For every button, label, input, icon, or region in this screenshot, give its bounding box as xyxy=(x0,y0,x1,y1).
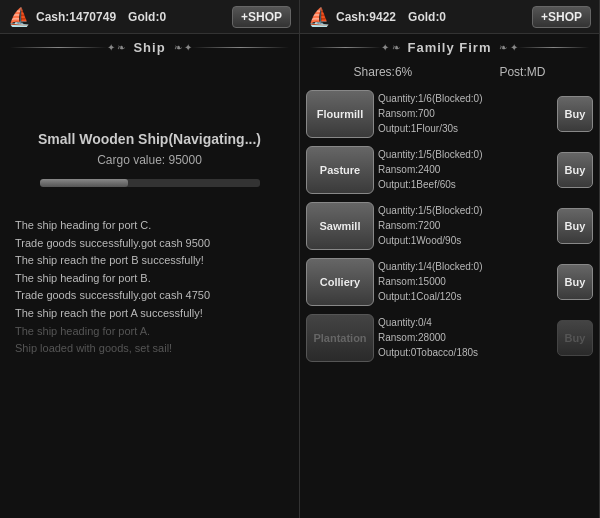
header-line-right xyxy=(192,47,289,48)
firm-btn-pasture[interactable]: Pasture xyxy=(306,146,374,194)
right-panel: ⛵ Cash:9422 Gold:0 +SHOP ✦ ❧ Family Firm… xyxy=(300,0,600,518)
firm-item: PlantationQuantity:0/4Ransom:28000Output… xyxy=(304,311,595,365)
right-topbar: ⛵ Cash:9422 Gold:0 +SHOP xyxy=(300,0,599,34)
ornament-left: ✦ ❧ xyxy=(107,42,126,53)
firm-header: ✦ ❧ Family Firm ❧ ✦ xyxy=(300,34,599,61)
firm-item-detail: Quantity:1/5(Blocked:0) xyxy=(378,204,553,218)
firm-item-detail: Output:1Beef/60s xyxy=(378,178,553,192)
ornament-right: ❧ ✦ xyxy=(174,42,193,53)
firm-item: PastureQuantity:1/5(Blocked:0)Ransom:240… xyxy=(304,143,595,197)
left-gold: Gold:0 xyxy=(128,10,166,24)
firm-item-detail: Ransom:7200 xyxy=(378,219,553,233)
firm-btn-flourmill[interactable]: Flourmill xyxy=(306,90,374,138)
left-cash: Cash:1470749 xyxy=(36,10,116,24)
left-panel: ⛵ Cash:1470749 Gold:0 +SHOP ✦ ❧ Ship ❧ ✦… xyxy=(0,0,300,518)
firm-item: FlourmillQuantity:1/6(Blocked:0)Ransom:7… xyxy=(304,87,595,141)
ship-log: The ship heading for port C.Trade goods … xyxy=(15,207,284,508)
firm-item-detail: Ransom:700 xyxy=(378,107,553,121)
buy-button-colliery[interactable]: Buy xyxy=(557,264,593,300)
log-line: The ship reach the port A successfully! xyxy=(15,305,284,323)
cargo-progress-bar xyxy=(40,179,260,187)
firm-item-info: Quantity:1/6(Blocked:0)Ransom:700Output:… xyxy=(378,92,553,136)
firm-item-info: Quantity:0/4Ransom:28000Output:0Tobacco/… xyxy=(378,316,553,360)
ship-name: Small Wooden Ship(Navigating...) xyxy=(38,131,261,147)
firm-item-detail: Quantity:1/4(Blocked:0) xyxy=(378,260,553,274)
ship-header: ✦ ❧ Ship ❧ ✦ xyxy=(0,34,299,61)
firm-shares-row: Shares:6% Post:MD xyxy=(300,61,599,87)
right-icon: ⛵ xyxy=(308,6,330,28)
right-cash: Cash:9422 xyxy=(336,10,396,24)
log-line: The ship heading for port B. xyxy=(15,270,284,288)
ship-content: Small Wooden Ship(Navigating...) Cargo v… xyxy=(0,61,299,518)
firm-header-line-left xyxy=(310,47,381,48)
firm-title: Family Firm xyxy=(400,40,500,55)
firm-item-detail: Output:1Wood/90s xyxy=(378,234,553,248)
firm-item-info: Quantity:1/5(Blocked:0)Ransom:2400Output… xyxy=(378,148,553,192)
firm-ornament-right: ❧ ✦ xyxy=(499,42,518,53)
firm-btn-plantation[interactable]: Plantation xyxy=(306,314,374,362)
log-line: Trade goods successfully.got cash 4750 xyxy=(15,287,284,305)
buy-button-plantation: Buy xyxy=(557,320,593,356)
firm-ornament-left: ✦ ❧ xyxy=(381,42,400,53)
firm-shares: Shares:6% xyxy=(354,65,413,79)
firm-item-detail: Quantity:0/4 xyxy=(378,316,553,330)
firm-item-detail: Output:1Coal/120s xyxy=(378,290,553,304)
firm-item-detail: Ransom:2400 xyxy=(378,163,553,177)
firm-header-line-right xyxy=(518,47,589,48)
cargo-value: Cargo value: 95000 xyxy=(97,153,202,167)
firm-list: FlourmillQuantity:1/6(Blocked:0)Ransom:7… xyxy=(300,87,599,518)
firm-item-info: Quantity:1/4(Blocked:0)Ransom:15000Outpu… xyxy=(378,260,553,304)
log-line: The ship heading for port A. xyxy=(15,323,284,341)
buy-button-flourmill[interactable]: Buy xyxy=(557,96,593,132)
right-gold: Gold:0 xyxy=(408,10,446,24)
ship-title: Ship xyxy=(125,40,173,55)
firm-btn-colliery[interactable]: Colliery xyxy=(306,258,374,306)
firm-item: SawmillQuantity:1/5(Blocked:0)Ransom:720… xyxy=(304,199,595,253)
cargo-progress-fill xyxy=(40,179,128,187)
buy-button-sawmill[interactable]: Buy xyxy=(557,208,593,244)
buy-button-pasture[interactable]: Buy xyxy=(557,152,593,188)
header-line-left xyxy=(10,47,107,48)
firm-item: CollieryQuantity:1/4(Blocked:0)Ransom:15… xyxy=(304,255,595,309)
ship-icon: ⛵ xyxy=(8,6,30,28)
left-topbar: ⛵ Cash:1470749 Gold:0 +SHOP xyxy=(0,0,299,34)
firm-item-detail: Output:1Flour/30s xyxy=(378,122,553,136)
firm-post: Post:MD xyxy=(499,65,545,79)
log-line: Ship loaded with goods, set sail! xyxy=(15,340,284,358)
firm-item-detail: Ransom:28000 xyxy=(378,331,553,345)
log-line: Trade goods successfully.got cash 9500 xyxy=(15,235,284,253)
firm-item-detail: Quantity:1/5(Blocked:0) xyxy=(378,148,553,162)
firm-btn-sawmill[interactable]: Sawmill xyxy=(306,202,374,250)
log-line: The ship reach the port B successfully! xyxy=(15,252,284,270)
firm-item-info: Quantity:1/5(Blocked:0)Ransom:7200Output… xyxy=(378,204,553,248)
firm-item-detail: Quantity:1/6(Blocked:0) xyxy=(378,92,553,106)
left-shop-button[interactable]: +SHOP xyxy=(232,6,291,28)
log-line: The ship heading for port C. xyxy=(15,217,284,235)
firm-item-detail: Ransom:15000 xyxy=(378,275,553,289)
right-shop-button[interactable]: +SHOP xyxy=(532,6,591,28)
firm-item-detail: Output:0Tobacco/180s xyxy=(378,346,553,360)
